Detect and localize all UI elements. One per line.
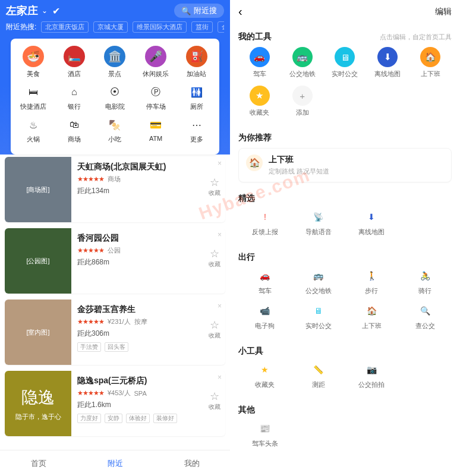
category-ATM[interactable]: 💳ATM: [136, 117, 177, 144]
close-icon[interactable]: ×: [218, 159, 222, 168]
tool-label: 电子狗: [255, 321, 275, 330]
place-tag: 装修好: [153, 414, 177, 423]
category-银行[interactable]: ⌂银行: [54, 84, 95, 111]
tool-公交地铁[interactable]: 🚌公交地铁: [281, 47, 324, 78]
hot-chip[interactable]: 京城大厦: [93, 21, 128, 33]
location-title[interactable]: 左家庄: [6, 4, 38, 18]
tab-home[interactable]: 首页: [0, 450, 77, 476]
place-list[interactable]: [商场图]天虹商场(北京国展天虹)★★★★★商场距此134m×☆收藏[公园图]香…: [0, 155, 230, 450]
edit-button[interactable]: 编辑: [435, 7, 452, 17]
tool-label: 骑行: [418, 286, 431, 295]
tool-实时公交[interactable]: 🖥实时公交: [324, 47, 367, 78]
category-美食[interactable]: 🍜美食: [13, 46, 54, 78]
section-title-recommend: 为你推荐: [238, 133, 272, 143]
hot-chip[interactable]: 金鼎轩南北家乡菜: [218, 21, 224, 33]
tool-测距[interactable]: 📏测距: [292, 361, 345, 389]
section-title-my-tools: 我的工具: [238, 31, 272, 42]
favorite-icon[interactable]: ☆: [209, 319, 220, 332]
tool-label: 上下班: [362, 321, 382, 330]
close-icon[interactable]: ×: [218, 373, 222, 382]
tool-label: 离线地图: [358, 228, 385, 237]
category-label: 景点: [108, 70, 121, 78]
verified-icon: ✔: [52, 5, 60, 17]
favorite-label: 收藏: [209, 190, 220, 196]
place-card[interactable]: [公园图]香河园公园★★★★★公园距此868m×☆收藏: [5, 228, 225, 294]
close-icon[interactable]: ×: [218, 231, 222, 239]
back-button[interactable]: ‹: [238, 5, 242, 18]
tool-icon: ★: [250, 86, 270, 106]
favorite-icon[interactable]: ☆: [209, 390, 220, 403]
category-label: 小吃: [108, 135, 121, 144]
favorite-icon[interactable]: ☆: [209, 247, 220, 260]
hot-chip[interactable]: 簋街: [191, 21, 213, 33]
tool-icon: ★: [257, 361, 273, 378]
tool-离线地图[interactable]: ⬇离线地图: [345, 209, 399, 237]
hot-label: 附近热搜:: [6, 22, 36, 32]
category-label: 商场: [68, 135, 81, 144]
category-快捷酒店[interactable]: 🛏快捷酒店: [13, 84, 54, 111]
tool-驾车[interactable]: 🚗驾车: [238, 267, 292, 295]
place-category: 商场: [108, 175, 121, 184]
tool-导航语音[interactable]: 📡导航语音: [292, 209, 345, 237]
place-card[interactable]: [商场图]天虹商场(北京国展天虹)★★★★★商场距此134m×☆收藏: [5, 157, 225, 222]
tool-实时公交[interactable]: 🖥实时公交: [292, 302, 345, 330]
tool-icon: 🚌: [292, 47, 313, 67]
tool-label: 查公交: [415, 321, 435, 330]
favorite-icon[interactable]: ☆: [209, 176, 220, 189]
tool-添加[interactable]: +添加: [281, 86, 324, 117]
hot-chip[interactable]: 维景国际大酒店: [133, 21, 187, 33]
tool-公交地铁[interactable]: 🚌公交地铁: [292, 267, 345, 295]
tool-icon: 📰: [257, 420, 273, 437]
favorite-label: 收藏: [209, 332, 220, 339]
category-酒店[interactable]: 🛏️酒店: [54, 46, 95, 78]
category-加油站[interactable]: ⛽加油站: [176, 46, 217, 78]
tool-收藏夹[interactable]: ★收藏夹: [238, 86, 281, 117]
category-休闲娱乐[interactable]: 🎤休闲娱乐: [136, 46, 177, 78]
tab-mine[interactable]: 我的: [153, 450, 230, 476]
place-card[interactable]: 隐逸隐于市，逸于心隐逸spa(三元桥店)★★★★★¥453/人SPA距此1.6k…: [5, 371, 225, 436]
tool-驾车[interactable]: 🚗驾车: [238, 47, 281, 78]
tool-电子狗[interactable]: 📹电子狗: [238, 302, 292, 330]
category-商场[interactable]: 🛍商场: [54, 117, 95, 144]
category-停车场[interactable]: Ⓟ停车场: [136, 84, 177, 111]
category-小吃[interactable]: 🍢小吃: [94, 117, 136, 144]
search-button[interactable]: 🔍 附近搜: [174, 4, 224, 18]
recommend-card[interactable]: 🏠 上下班 定制路线 路况早知道: [238, 148, 452, 182]
tool-反馈上报[interactable]: !反馈上报: [238, 209, 292, 237]
tool-收藏夹[interactable]: ★收藏夹: [238, 361, 292, 389]
category-label: 休闲娱乐: [143, 70, 169, 78]
tool-上下班[interactable]: 🏠上下班: [345, 302, 399, 330]
tool-离线地图[interactable]: ⬇离线地图: [366, 47, 409, 78]
category-电影院[interactable]: ⦿电影院: [94, 84, 136, 111]
tab-nearby[interactable]: 附近: [77, 450, 153, 476]
tool-icon: 🚶: [363, 267, 380, 284]
bottom-tabbar: 首页 附近 我的: [0, 450, 230, 476]
category-label: 加油站: [187, 70, 206, 78]
tool-公交拍拍[interactable]: 📷公交拍拍: [345, 361, 399, 389]
tool-icon: 📹: [257, 302, 273, 319]
category-更多[interactable]: ⋯更多: [176, 117, 217, 144]
hot-chip[interactable]: 北京重庆饭店: [41, 21, 89, 33]
tool-icon: 🔍: [417, 302, 433, 319]
tool-驾车头条[interactable]: 📰驾车头条: [238, 420, 292, 448]
tool-上下班[interactable]: 🏠上下班: [409, 47, 452, 78]
category-label: ATM: [149, 135, 162, 142]
tool-label: 驾车头条: [252, 439, 278, 448]
category-景点[interactable]: 🏛️景点: [94, 46, 136, 78]
place-card[interactable]: [室内图]金莎碧玉宫养生★★★★★¥231/人按摩距此306m手法赞回头客×☆收…: [5, 300, 225, 365]
chevron-down-icon[interactable]: ⌄: [42, 7, 48, 15]
tool-label: 公交地铁: [305, 286, 332, 295]
tool-icon: 📡: [310, 209, 327, 225]
category-火锅[interactable]: ♨火锅: [13, 117, 54, 144]
category-label: 停车场: [146, 102, 166, 111]
place-title: 天虹商场(北京国展天虹): [77, 162, 222, 172]
recommend-sub: 定制路线 路况早知道: [269, 167, 329, 176]
tool-查公交[interactable]: 🔍查公交: [398, 302, 452, 330]
tool-步行[interactable]: 🚶步行: [345, 267, 399, 295]
close-icon[interactable]: ×: [218, 302, 222, 310]
tool-label: 测距: [312, 380, 325, 389]
rating-stars: ★★★★★: [77, 247, 104, 254]
category-厕所[interactable]: 🚻厕所: [176, 84, 217, 111]
tool-label: 上下班: [421, 70, 440, 78]
tool-骑行[interactable]: 🚴骑行: [398, 267, 452, 295]
